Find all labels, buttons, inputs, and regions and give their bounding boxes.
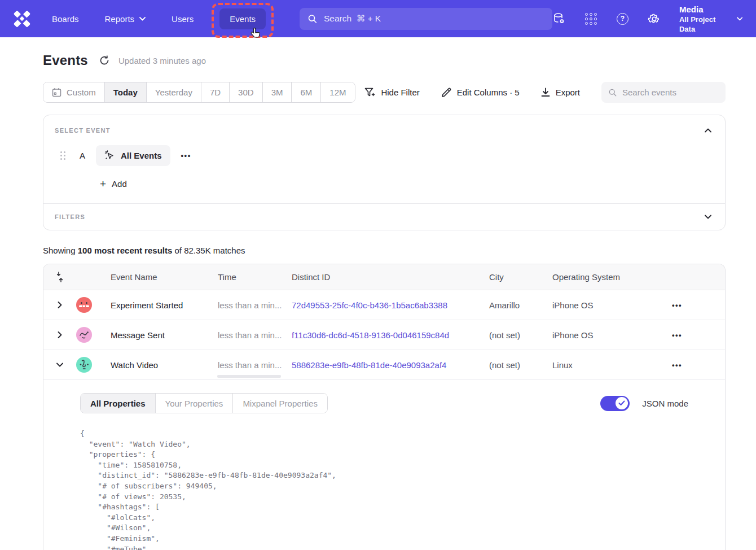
top-navbar: Boards Reports Users Events ?: [0, 0, 756, 37]
data-management-icon[interactable]: [552, 12, 566, 25]
nav-item-reports[interactable]: Reports: [105, 14, 146, 24]
events-table: Event Name Time Distinct ID City Operati…: [43, 264, 726, 550]
date-range-custom[interactable]: Custom: [43, 82, 105, 102]
chevron-up-icon: [705, 128, 711, 133]
chevron-down-icon: [139, 17, 146, 21]
help-icon[interactable]: ?: [616, 12, 629, 25]
nav-item-events-label: Events: [230, 14, 256, 24]
project-selector[interactable]: Media All Project Data: [679, 4, 742, 34]
edit-columns-button[interactable]: Edit Columns · 5: [441, 88, 520, 98]
event-avatar: [76, 297, 92, 313]
magic-cursor-icon: [104, 150, 115, 161]
search-icon: [308, 14, 317, 24]
collapse-section-button[interactable]: [702, 126, 714, 135]
nav-item-reports-label: Reports: [105, 14, 135, 24]
column-city[interactable]: City: [489, 272, 552, 282]
event-json-viewer: { "event": "Watch Video", "properties": …: [80, 429, 688, 550]
date-range-yesterday[interactable]: Yesterday: [147, 82, 201, 102]
page-title: Events: [43, 53, 88, 68]
hand-cursor-icon: [250, 27, 261, 40]
date-range-30d[interactable]: 30D: [230, 82, 263, 102]
date-range-control: Custom Today Yesterday 7D 30D 3M 6M 12M: [43, 82, 355, 103]
export-label: Export: [556, 88, 580, 97]
last-updated-text: Updated 3 minutes ago: [118, 56, 206, 66]
column-event-name[interactable]: Event Name: [111, 272, 218, 282]
event-avatar: [76, 357, 92, 373]
event-options-button[interactable]: •••: [181, 151, 191, 160]
city-cell: Amarillo: [489, 300, 552, 310]
hide-filter-button[interactable]: Hide Filter: [364, 88, 419, 98]
event-name-cell: Experiment Started: [111, 300, 218, 310]
date-range-12m[interactable]: 12M: [321, 82, 354, 102]
event-name-cell: Watch Video: [111, 360, 218, 370]
download-icon: [541, 88, 550, 97]
check-icon: [618, 400, 625, 406]
expand-filters-button[interactable]: [702, 212, 714, 221]
table-header-row: Event Name Time Distinct ID City Operati…: [43, 264, 725, 290]
chevron-right-icon: [58, 331, 62, 338]
export-button[interactable]: Export: [541, 88, 580, 97]
global-search[interactable]: [300, 8, 552, 30]
city-cell: (not set): [489, 330, 552, 340]
date-range-7d[interactable]: 7D: [201, 82, 230, 102]
os-cell: Linux: [552, 360, 646, 370]
distinct-id-link[interactable]: 72d49553-25fc-4f0c-b436-1b5ac6ab3388: [292, 300, 489, 310]
results-prefix: Showing: [43, 246, 78, 255]
chevron-down-icon: [705, 215, 711, 219]
time-hover-underline: [217, 375, 281, 378]
results-summary: Showing 100 most recent results of 82.35…: [43, 246, 726, 255]
date-range-today[interactable]: Today: [105, 82, 147, 102]
expand-row-button[interactable]: [43, 302, 76, 308]
tab-mixpanel-properties[interactable]: Mixpanel Properties: [233, 394, 327, 413]
os-cell: iPhone OS: [552, 330, 646, 340]
json-mode-toggle[interactable]: [600, 396, 630, 411]
nav-item-boards[interactable]: Boards: [52, 14, 79, 24]
column-operating-system[interactable]: Operating System: [552, 272, 646, 282]
drag-handle[interactable]: [60, 151, 65, 160]
os-cell: iPhone OS: [552, 300, 646, 310]
row-menu-button[interactable]: •••: [672, 331, 682, 339]
filter-icon: [364, 88, 375, 98]
date-range-6m[interactable]: 6M: [292, 82, 321, 102]
event-chip-label: All Events: [121, 151, 162, 160]
time-cell: less than a min...: [218, 330, 292, 340]
calendar-icon: [52, 88, 61, 97]
json-mode-label: JSON mode: [642, 399, 688, 408]
tab-all-properties[interactable]: All Properties: [81, 394, 156, 413]
plus-icon: +: [100, 178, 106, 189]
settings-gear-icon[interactable]: [648, 12, 661, 25]
distinct-id-link[interactable]: f11c30d6-dc6d-4518-9136-0d046159c84d: [292, 330, 489, 340]
results-suffix: of 82.35K matches: [172, 246, 245, 255]
hide-filter-label: Hide Filter: [381, 88, 419, 97]
sort-icon[interactable]: [43, 272, 76, 282]
apps-grid-icon[interactable]: [584, 12, 597, 25]
add-event-button[interactable]: + Add: [100, 178, 714, 189]
nav-item-users[interactable]: Users: [172, 14, 194, 24]
event-avatar: [76, 327, 92, 343]
table-row[interactable]: Message Sent less than a min... f11c30d6…: [43, 320, 725, 350]
tab-your-properties[interactable]: Your Properties: [156, 394, 234, 413]
row-menu-button[interactable]: •••: [672, 361, 682, 369]
nav-item-events[interactable]: Events: [219, 8, 266, 29]
collapse-row-button[interactable]: [43, 363, 76, 367]
table-row-expanded[interactable]: Watch Video less than a min... 5886283e-…: [43, 350, 725, 380]
row-menu-button[interactable]: •••: [672, 301, 682, 309]
event-detail-panel: All Properties Your Properties Mixpanel …: [43, 380, 725, 550]
distinct-id-link[interactable]: 5886283e-e9fb-48fb-81de-40e9093a2af4: [292, 360, 489, 370]
date-range-custom-label: Custom: [67, 88, 96, 97]
table-row[interactable]: Experiment Started less than a min... 72…: [43, 290, 725, 320]
search-events-input[interactable]: [622, 88, 718, 97]
column-distinct-id[interactable]: Distinct ID: [292, 272, 489, 282]
column-time[interactable]: Time: [218, 272, 292, 282]
search-events[interactable]: [601, 82, 726, 103]
event-selector-chip[interactable]: All Events: [96, 145, 170, 166]
add-event-label: Add: [112, 179, 127, 189]
query-builder-card: SELECT EVENT A All Events •••: [43, 115, 726, 230]
global-search-input[interactable]: [324, 14, 544, 24]
mixpanel-logo-icon[interactable]: [14, 10, 30, 27]
results-count: 100 most recent results: [78, 246, 173, 255]
project-scope: All Project Data: [679, 15, 731, 34]
refresh-icon[interactable]: [99, 55, 109, 66]
date-range-3m[interactable]: 3M: [263, 82, 292, 102]
expand-row-button[interactable]: [43, 331, 76, 338]
